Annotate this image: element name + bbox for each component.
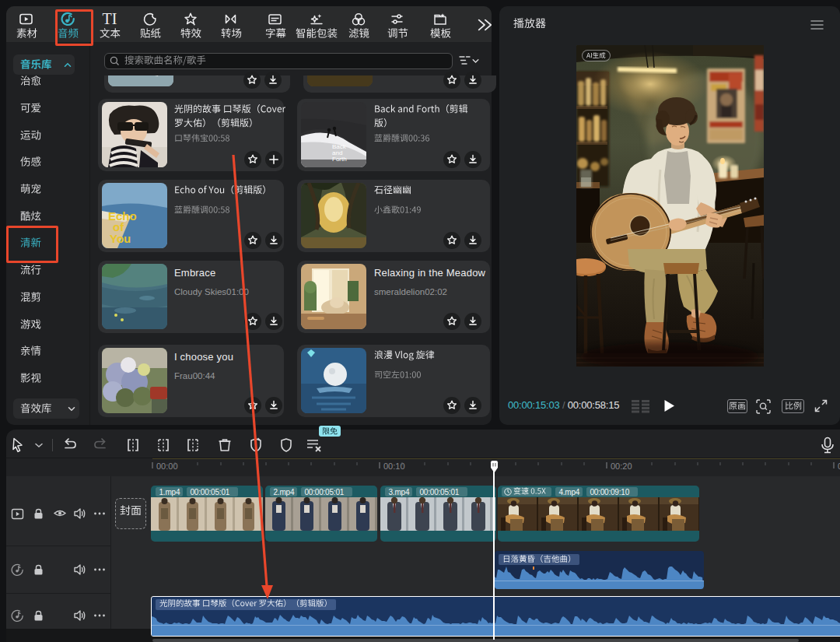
svg-text:00:20: 00:20 (611, 461, 632, 471)
svg-text:00:00: 00:00 (156, 461, 178, 471)
svg-text:00:10: 00:10 (383, 461, 405, 471)
